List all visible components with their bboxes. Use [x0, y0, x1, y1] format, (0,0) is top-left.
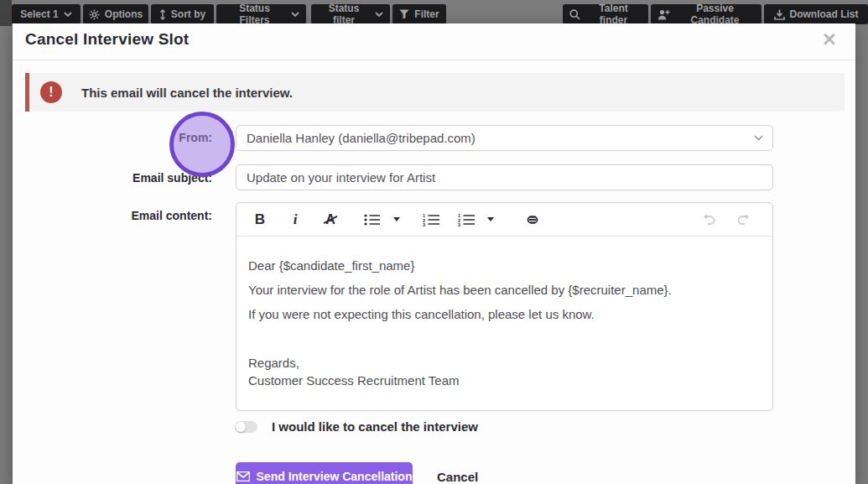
- background-corner: [0, 0, 12, 26]
- ordered-list-styles-icon[interactable]: 1 2 3: [456, 208, 476, 232]
- status-filter-label: Status filter: [318, 3, 370, 26]
- undo-icon[interactable]: [699, 208, 719, 232]
- status-filters-button[interactable]: Status Filters: [216, 4, 306, 24]
- email-subject-label: Email subject:: [13, 171, 212, 185]
- from-select[interactable]: Daniella Hanley (daniella@tribepad.com): [236, 125, 773, 151]
- email-body-paragraph: Your interview for the role of Artist ha…: [248, 281, 761, 299]
- sort-by-button[interactable]: Sort by: [151, 4, 214, 24]
- funnel-icon: [399, 9, 409, 19]
- ordered-list-icon[interactable]: 1 2 3: [421, 208, 441, 232]
- italic-icon[interactable]: i: [285, 208, 305, 232]
- warning-alert: ! This email will cancel the interview.: [25, 73, 845, 112]
- person-plus-icon: [657, 9, 670, 20]
- send-button-label: Send Interview Cancellation: [257, 470, 413, 483]
- status-filter-button[interactable]: Status filter: [311, 4, 390, 24]
- close-icon[interactable]: ×: [817, 25, 842, 54]
- warning-text: This email will cancel the interview.: [81, 86, 293, 100]
- warning-icon: !: [40, 81, 62, 103]
- bullet-list-icon[interactable]: [362, 208, 382, 232]
- options-label: Options: [105, 8, 143, 20]
- cancel-button[interactable]: Cancel: [425, 462, 490, 484]
- screen: Select 1 Options Sort by Status Filters …: [0, 0, 868, 484]
- email-body-paragraph: Regards, Customer Success Recruitment Te…: [248, 354, 761, 389]
- search-icon: [569, 9, 580, 20]
- email-body-paragraph: If you were not expecting this cancellat…: [248, 305, 761, 323]
- download-icon: [774, 9, 785, 20]
- filter-label: Filter: [414, 8, 439, 20]
- remove-format-icon[interactable]: A: [320, 208, 340, 232]
- talent-finder-label: Talent finder: [585, 3, 642, 26]
- chevron-down-icon: [754, 135, 763, 141]
- filter-button[interactable]: Filter: [392, 4, 446, 24]
- sort-vertical-icon: [159, 9, 166, 20]
- email-body-paragraph: [248, 330, 761, 347]
- download-list-label: Download List: [790, 8, 859, 20]
- toggle-label: I would like to cancel the interview: [272, 419, 478, 434]
- from-label: From:: [13, 131, 212, 144]
- select-button[interactable]: Select 1: [12, 4, 81, 24]
- chevron-down-icon: [64, 12, 72, 17]
- bullet-list-dropdown-icon[interactable]: [386, 208, 406, 232]
- from-select-value: Daniella Hanley (daniella@tribepad.com): [247, 131, 476, 145]
- cancel-interview-toggle[interactable]: [235, 421, 257, 433]
- svg-text:3: 3: [423, 222, 425, 226]
- ordered-list-dropdown-icon[interactable]: [480, 208, 500, 232]
- modal-title: Cancel Interview Slot: [25, 30, 189, 49]
- passive-candidate-label: Passive Candidate: [675, 3, 755, 26]
- svg-text:3: 3: [458, 222, 460, 226]
- status-filters-label: Status Filters: [223, 3, 286, 26]
- cancel-interview-toggle-row: I would like to cancel the interview: [235, 419, 478, 434]
- chevron-down-icon: [291, 12, 299, 17]
- annotation-circle: [169, 112, 235, 177]
- download-list-button[interactable]: Download List: [764, 4, 868, 24]
- redo-icon[interactable]: [734, 208, 754, 232]
- bold-icon[interactable]: B: [250, 208, 270, 232]
- email-body-paragraph: Dear {$candidate_first_name}: [248, 257, 761, 274]
- talent-finder-button[interactable]: Talent finder: [563, 4, 648, 24]
- link-icon[interactable]: [522, 208, 543, 232]
- editor-toolbar: B i A 1 2 3: [236, 203, 772, 237]
- email-content-label: Email content:: [13, 209, 212, 222]
- email-body-textarea[interactable]: Dear {$candidate_first_name} Your interv…: [236, 237, 772, 389]
- send-interview-cancellation-button[interactable]: Send Interview Cancellation: [236, 462, 413, 484]
- toggle-knob: [236, 422, 246, 432]
- header-divider: [13, 60, 855, 60]
- options-button[interactable]: Options: [83, 4, 148, 24]
- gear-icon: [89, 9, 100, 20]
- envelope-icon: [236, 471, 250, 481]
- sort-by-label: Sort by: [171, 8, 205, 20]
- email-content-editor: B i A 1 2 3: [236, 202, 773, 411]
- select-label: Select 1: [20, 8, 58, 20]
- passive-candidate-button[interactable]: Passive Candidate: [651, 4, 761, 24]
- email-subject-input[interactable]: [236, 164, 773, 190]
- cancel-interview-slot-modal: Cancel Interview Slot × ! This email wil…: [13, 23, 855, 484]
- chevron-down-icon: [375, 12, 383, 17]
